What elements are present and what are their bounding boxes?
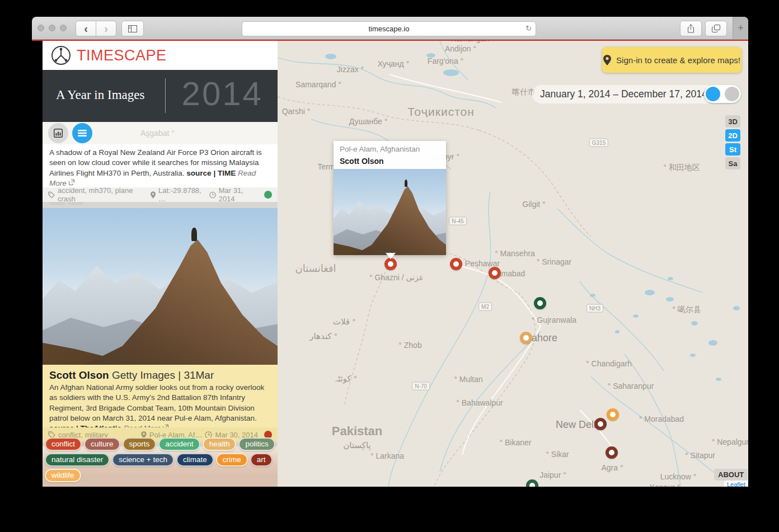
road-shield-label: M2 [478, 303, 492, 311]
toggle-off-knob[interactable] [725, 87, 739, 101]
event-marker[interactable] [489, 267, 501, 279]
map-place-label: Kanpur ° [650, 483, 681, 487]
road-shield-label: N-45 [449, 217, 467, 225]
road-shield-label: NH3 [586, 304, 603, 313]
collection-banner: A Year in Images 2014 [43, 70, 278, 122]
card-photo[interactable] [43, 208, 278, 365]
sidebar: TIMESCAPE A Year in Images 2014 Aşgabat … [43, 41, 278, 487]
map-place-label: ° 噶尔县 [672, 305, 701, 315]
signin-label: Sign-in to create & explore maps! [616, 55, 740, 65]
event-marker[interactable] [450, 258, 462, 270]
category-chip-sports[interactable]: sports [123, 437, 157, 451]
map-view-button-2d[interactable]: 2D [725, 129, 740, 142]
map-place-label: ° Moradabad [639, 415, 684, 423]
chart-view-button[interactable] [48, 123, 68, 143]
category-chip-politics[interactable]: politics [238, 437, 275, 451]
map-place-label: ° 和田地区 [663, 163, 700, 173]
sidebar-toolbar: Aşgabat ° [43, 122, 278, 144]
address-bar[interactable]: timescape.io ↻ [242, 21, 536, 36]
location-pin-icon [151, 191, 156, 199]
event-marker[interactable] [384, 258, 397, 270]
category-chip-climate[interactable]: climate [176, 453, 214, 467]
map-place-label: افغانستان [295, 262, 336, 275]
map-place-label: ° Ghazni / غزنی [369, 273, 423, 282]
card-footer: accident, mh370, plane crash Lat:-29.878… [43, 187, 278, 202]
category-chip-natural-disaster[interactable]: natural disaster [45, 453, 110, 467]
new-tab-button[interactable]: + [733, 17, 748, 39]
zoom-window-button[interactable] [60, 25, 67, 31]
category-chip-accident[interactable]: accident [158, 437, 200, 451]
category-chip-health[interactable]: health [203, 437, 237, 451]
map-place-label: ° Saharanpur [608, 382, 654, 390]
list-view-button[interactable] [72, 123, 92, 143]
map-place-label: Lucknow ° [660, 472, 697, 481]
category-chip-crime[interactable]: crime [216, 453, 248, 467]
map-view-button-sa[interactable]: Sa [725, 157, 740, 170]
signin-button[interactable]: Sign-in to create & explore maps! [602, 47, 742, 73]
sidebar-header: TIMESCAPE [43, 41, 278, 70]
map-view-button-st[interactable]: St [725, 143, 740, 156]
event-marker[interactable] [520, 332, 532, 344]
sidebar-icon [128, 25, 137, 32]
map-place-label: Agra ° [601, 463, 623, 472]
about-button[interactable]: ABOUT [714, 469, 748, 481]
category-chip-science-tech[interactable]: science + tech [112, 453, 174, 467]
map-view-button-3d[interactable]: 3D [725, 115, 740, 128]
map-place-label: ° Srinagar [537, 257, 571, 266]
map-place-label: ° Sitapur [685, 451, 715, 460]
external-link-icon [69, 180, 74, 185]
tab-overview-button[interactable] [705, 21, 727, 36]
map-place-label: پاکِستان [343, 440, 370, 450]
plus-icon: + [738, 22, 744, 34]
date-range-label: January 1, 2014 – December 17, 2014 [532, 85, 715, 103]
leaflet-map[interactable]: NamanganAndijon °Farg'ona °Хуҷанд °Jizza… [278, 41, 748, 487]
event-marker[interactable] [594, 418, 607, 430]
reload-icon[interactable]: ↻ [525, 24, 532, 32]
browser-titlebar: ‹ › timescape.io ↻ [32, 17, 748, 40]
leaflet-attribution[interactable]: Leaflet [724, 481, 748, 487]
popup-tip [386, 253, 396, 259]
map-view-controls: 3D2DStSa [725, 115, 740, 170]
brand-title[interactable]: TIMESCAPE [77, 47, 167, 64]
image-card-pol-e-alam[interactable]: Scott Olson Getty Images | 31Mar An Afgh… [43, 208, 278, 442]
popup-author-label: Scott Olson [340, 157, 440, 166]
map-place-label: Хуҷанд ° [378, 59, 410, 68]
map-place-label: Andijon ° [445, 44, 476, 53]
sidebar-toggle-button[interactable] [121, 21, 144, 36]
card-tags[interactable]: accident, mh370, plane crash [58, 186, 145, 203]
popup-photo [334, 169, 446, 255]
image-card-mh370[interactable]: A shadow of a Royal New Zealand Air Forc… [43, 144, 278, 202]
toggle-on-knob[interactable] [706, 87, 720, 101]
timescape-logo-icon [50, 45, 72, 66]
url-text: timescape.io [369, 25, 410, 33]
map-place-label: Qarshi ° [282, 107, 311, 116]
event-marker[interactable] [606, 446, 618, 459]
map-popup[interactable]: Pol-e Alam, Afghanistan Scott Olson [334, 141, 446, 255]
map-place-label: كندهار ° [309, 331, 337, 341]
clock-icon [209, 191, 216, 199]
category-chip-art[interactable]: art [250, 453, 273, 467]
bar-chart-icon [54, 129, 63, 138]
event-marker[interactable] [607, 408, 619, 421]
share-button[interactable] [680, 21, 702, 36]
card-location: Lat:-29.8788, … [158, 186, 207, 203]
banner-divider [165, 78, 166, 113]
back-button[interactable]: ‹ [76, 21, 96, 36]
minimize-window-button[interactable] [49, 25, 55, 31]
close-window-button[interactable] [37, 25, 44, 31]
category-chip-conflict[interactable]: conflict [45, 437, 82, 451]
map-place-label: Pakistan [332, 424, 383, 439]
list-icon [78, 130, 87, 136]
category-chip-culture[interactable]: culture [84, 437, 120, 451]
map-pin-icon [603, 55, 611, 65]
card-source: source | TIME [186, 169, 236, 177]
map-place-label: Farg'ona ° [428, 57, 463, 65]
map-place-label: ° Multan [454, 375, 483, 384]
category-chip-wildlife[interactable]: wildlife [45, 469, 81, 482]
timeline-toggle[interactable] [704, 85, 741, 103]
category-dot [264, 191, 272, 199]
collection-title: A Year in Images [56, 88, 144, 102]
forward-button[interactable]: › [96, 21, 116, 36]
event-marker[interactable] [534, 297, 546, 309]
card-list: A shadow of a Royal New Zealand Air Forc… [43, 144, 278, 487]
